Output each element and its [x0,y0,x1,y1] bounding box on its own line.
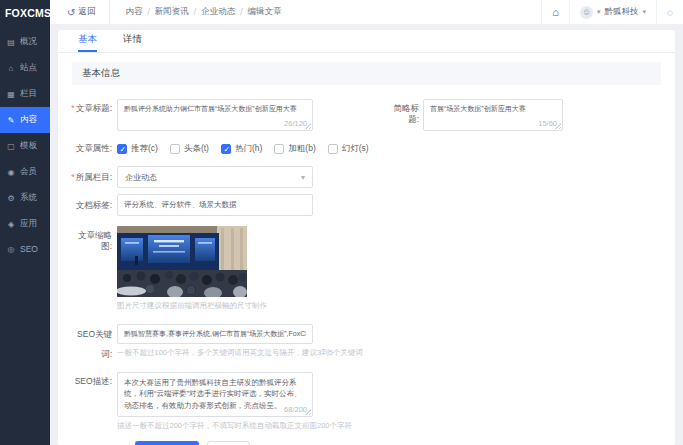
attr-checkbox-slide[interactable]: 幻灯(s) [328,143,369,155]
tags-label: 文档标签: [70,194,117,216]
tags-row: 文档标签: [70,194,675,216]
thumbnail-hint: 图片尺寸建议根据前端调用栏横幅的尺寸制作 [117,301,267,311]
seo-keywords-label: SEO关键词: [70,324,117,364]
tab-detail[interactable]: 详情 [123,33,142,52]
seo-description-hint: 描述一般不超过200个字符，不填写时系统自动截取正文前面200个字符 [117,421,352,431]
breadcrumb-separator: / [194,7,196,17]
attributes-label: 文章属性: [70,142,117,154]
next-step-button[interactable]: 下一步 [135,441,199,445]
sidebar: FOXCMS ▤ 概况 ⌂ 站点 ▦ 栏目 ✎ 内容 ▢ 模板 ◉ 会员 ⚙ 系… [0,0,50,445]
breadcrumb-item-content[interactable]: 内容 [125,6,142,18]
required-asterisk: * [71,103,74,113]
save-button[interactable]: 保存 [207,441,250,445]
char-counter: 15/60 [536,119,557,128]
section-title: 基本信息 [72,62,661,85]
breadcrumb-separator: / [147,7,149,17]
sidebar-item-system[interactable]: ⚙ 系统 [0,185,50,211]
attributes-checkboxes: 推荐(c) 头条(t) 热门(h) [117,143,369,155]
sidebar-item-label: 应用 [20,218,37,230]
seo-description-label: SEO描述: [70,372,117,387]
breadcrumb-item-news[interactable]: 新闻资讯 [155,6,189,18]
seo-icon: ◎ [6,245,16,254]
user-avatar[interactable]: ☺ [580,6,593,19]
back-button[interactable]: ↺ 返回 [50,0,109,24]
editor-card: 基本 详情 基本信息 *文章标题: 26/120 简略标题: [58,30,675,445]
short-title-box: 15/60 [423,99,563,131]
members-icon: ◉ [6,168,16,177]
theme-circle-icon[interactable]: ◌ [667,7,673,18]
content-icon: ✎ [6,116,16,125]
char-counter: 68/200 [282,405,307,414]
category-selected-value: 企业动态 [125,172,157,183]
content-area: 基本 详情 基本信息 *文章标题: 26/120 简略标题: [50,24,683,445]
sidebar-item-members[interactable]: ◉ 会员 [0,159,50,185]
attr-checkbox-hot[interactable]: 热门(h) [221,143,262,155]
sidebar-item-label: 站点 [20,62,37,74]
thumbnail-image[interactable] [117,226,247,297]
thumbnail-row: 文章缩略图: [70,226,675,311]
app-logo: FOXCMS [0,0,50,29]
thumbnail-label: 文章缩略图: [70,226,117,252]
basic-info-form: *文章标题: 26/120 简略标题: 15/60 [58,85,675,445]
sidebar-item-template[interactable]: ▢ 模板 [0,133,50,159]
sidebar-item-label: 内容 [20,114,37,126]
status-group: ◌ [656,0,683,24]
seo-description-block: 68/200 描述一般不超过200个字符，不填写时系统自动截取正文前面200个字… [117,372,352,431]
sidebar-item-label: 系统 [20,192,37,204]
seo-description-row: SEO描述: 68/200 描述一般不超过200个字符，不填写时系统自动截取正文… [70,372,675,431]
attr-checkbox-recommend[interactable]: 推荐(c) [117,143,158,155]
sidebar-item-label: 栏目 [20,88,37,100]
seo-keywords-input[interactable] [117,324,313,344]
sidebar-item-label: SEO [20,244,38,254]
undo-arrow-icon: ↺ [67,7,75,18]
template-icon: ▢ [6,142,16,151]
seo-keywords-row: SEO关键词: 一般不超过100个字符，多个关键词请用英文逗号隔开，建议3到5个… [70,324,675,364]
sidebar-item-label: 模板 [20,140,37,152]
apps-icon: ◈ [6,220,16,229]
sidebar-item-apps[interactable]: ◈ 应用 [0,211,50,237]
sidebar-item-overview[interactable]: ▤ 概况 [0,29,50,55]
sidebar-item-seo[interactable]: ◎ SEO [0,237,50,261]
attr-checkbox-headline[interactable]: 头条(t) [170,143,209,155]
form-actions: 下一步 保存 [135,441,675,445]
seo-description-box: 68/200 [117,372,313,417]
account-group: ☺ ▾ 黔狐科技 ▾ [569,0,656,24]
sidebar-item-label: 概况 [20,36,37,48]
category-select[interactable]: 企业动态 ▾ [117,166,313,188]
chevron-down-icon: ▾ [301,173,305,182]
columns-icon: ▦ [6,90,16,99]
chevron-down-icon: ▾ [597,8,601,16]
short-title-label: 简略标题: [390,99,423,131]
attributes-row: 文章属性: 推荐(c) 头条(t) [70,142,675,155]
short-title-group: 简略标题: 15/60 [390,99,563,131]
home-group: ⌂ [541,0,569,24]
gear-icon: ⚙ [6,194,16,203]
article-title-label: *文章标题: [70,99,117,114]
category-label: *所属栏目: [70,166,117,188]
char-counter: 26/120 [282,119,307,128]
checkbox-icon [170,144,180,154]
breadcrumb-item-enterprise-news[interactable]: 企业动态 [201,6,235,18]
checkbox-icon [274,144,284,154]
breadcrumb-separator: / [240,7,242,17]
dashboard-icon: ▤ [6,38,16,47]
sidebar-item-content[interactable]: ✎ 内容 [0,107,50,133]
tags-input[interactable] [117,194,313,216]
sidebar-item-site[interactable]: ⌂ 站点 [0,55,50,81]
topbar: ↺ 返回 内容 / 新闻资讯 / 企业动态 / 编辑文章 ⌂ ☺ ▾ 黔狐科技 [50,0,683,24]
sidebar-item-label: 会员 [20,166,37,178]
breadcrumb-item-edit-article: 编辑文章 [248,6,282,18]
tab-basic[interactable]: 基本 [78,33,97,52]
checkbox-icon [117,144,127,154]
category-row: *所属栏目: 企业动态 ▾ [70,166,675,188]
topbar-right: ⌂ ☺ ▾ 黔狐科技 ▾ ◌ [541,0,683,24]
main-area: ↺ 返回 内容 / 新闻资讯 / 企业动态 / 编辑文章 ⌂ ☺ ▾ 黔狐科技 [50,0,683,445]
app-window: FOXCMS ▤ 概况 ⌂ 站点 ▦ 栏目 ✎ 内容 ▢ 模板 ◉ 会员 ⚙ 系… [0,0,683,445]
company-name[interactable]: 黔狐科技 [605,6,639,18]
sidebar-item-columns[interactable]: ▦ 栏目 [0,81,50,107]
home-icon[interactable]: ⌂ [552,6,559,18]
article-title-box: 26/120 [117,99,313,131]
attr-checkbox-bold[interactable]: 加粗(b) [274,143,315,155]
checkbox-icon [328,144,338,154]
site-icon: ⌂ [6,64,16,73]
